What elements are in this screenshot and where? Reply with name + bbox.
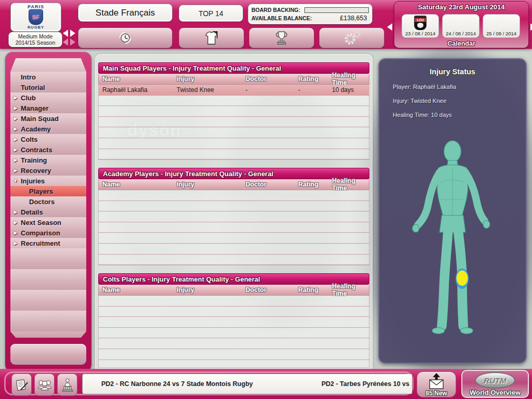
- table-column-headers: NameInjuryDoctorRatingHealing Time: [98, 285, 369, 296]
- app-window: dyson PARIS SF RUGBY Medium Mode 2014/15…: [0, 0, 532, 399]
- calendar-day[interactable]: 24 / 08 / 2014: [442, 14, 480, 38]
- nav-forward-icon[interactable]: [70, 30, 75, 37]
- sidebar-item-contracts[interactable]: ▶Contracts: [10, 144, 86, 155]
- sidebar-bottom-button[interactable]: [10, 344, 86, 365]
- sidebar-item-recovery[interactable]: ▶Recovery: [10, 165, 86, 176]
- injury-status-panel: Injury Status Player: Raphaël Lakafia In…: [378, 58, 527, 364]
- bottom-bar: PD2 - RC Narbonne 24 vs 7 Stade Montois …: [0, 369, 532, 399]
- sidebar-item-main-squad[interactable]: ▶Main Squad: [10, 113, 86, 124]
- team-name-box: Stade Français: [78, 4, 172, 22]
- sidebar-item-comparison[interactable]: ▶Comparison: [10, 228, 86, 238]
- column-header-name[interactable]: Name: [99, 286, 173, 294]
- press-conference-button[interactable]: [57, 374, 77, 396]
- column-header-name[interactable]: Name: [99, 75, 173, 83]
- chevron-right-icon: ▶: [10, 230, 21, 235]
- sidebar-item-colts[interactable]: ▶Colts: [10, 134, 86, 144]
- sidebar-empty-row: [10, 321, 86, 331]
- clock-icon: [116, 30, 134, 46]
- sidebar-item-club[interactable]: ▶Club: [10, 92, 86, 103]
- sidebar-item-manager[interactable]: ▶Manager: [10, 103, 86, 113]
- sidebar-bottom-cap: [10, 331, 86, 338]
- sidebar-panel: IntroTutorial▶Club▶Manager▶Main Squad▶Ac…: [5, 52, 91, 372]
- column-header-injury[interactable]: Injury: [173, 75, 242, 83]
- opponent-club-badge-icon: LOU: [414, 16, 427, 30]
- sidebar-item-intro[interactable]: Intro: [10, 72, 86, 82]
- sidebar-item-training[interactable]: ▶Training: [10, 155, 86, 165]
- table-body: Raphaël LakafiaTwisted Knee--10 days: [98, 85, 369, 160]
- column-header-rating[interactable]: Rating: [295, 75, 328, 83]
- nav-forward-alt-icon[interactable]: [70, 38, 75, 46]
- chevron-right-icon: ▶: [10, 168, 21, 173]
- column-header-name[interactable]: Name: [99, 181, 173, 188]
- nav-back-icon[interactable]: [63, 30, 68, 37]
- column-header-injury[interactable]: Injury: [173, 286, 242, 294]
- calendar-date: 23 / 08 / 2014: [405, 31, 435, 37]
- podium-person-icon: [60, 377, 75, 393]
- table-body: [98, 190, 369, 265]
- inbox-button[interactable]: 85 New: [417, 371, 456, 397]
- match-kit-button[interactable]: [179, 28, 244, 48]
- sidebar-item-label: Recruitment: [21, 240, 60, 247]
- calendar-prev-icon[interactable]: [387, 23, 392, 31]
- sidebar-item-label: Intro: [21, 73, 36, 81]
- main-squad-injury-table: Main Squad Players - Injury Treatment Qu…: [98, 62, 369, 160]
- chevron-down-icon: ▼: [10, 178, 21, 183]
- chevron-right-icon: ▶: [10, 147, 21, 152]
- chevron-right-icon: ▶: [10, 220, 21, 225]
- settings-button[interactable]: [319, 28, 384, 48]
- news-ticker: PD2 - RC Narbonne 24 vs 7 Stade Montois …: [82, 374, 413, 394]
- injury-player-label: Player: Raphaël Lakafia: [393, 84, 526, 90]
- table-cell: Raphaël Lakafia: [99, 86, 173, 94]
- sidebar-item-academy[interactable]: ▶Academy: [10, 124, 86, 134]
- table-cell: -: [295, 86, 328, 94]
- chevron-right-icon: ▶: [10, 95, 21, 100]
- column-header-doctor[interactable]: Doctor: [242, 181, 295, 188]
- world-overview-button[interactable]: RUTM World Overview: [461, 370, 529, 398]
- chevron-right-icon: ▶: [10, 157, 21, 163]
- academy-injury-table: Academy Players - Injury Treatment Quali…: [98, 168, 369, 265]
- sidebar-item-tutorial[interactable]: Tutorial: [10, 82, 86, 92]
- ticker-message[interactable]: PD2 - Tarbes Pyrénées 10 vs: [322, 374, 409, 394]
- news-button[interactable]: [11, 374, 32, 396]
- table-row[interactable]: Raphaël LakafiaTwisted Knee--10 days: [99, 85, 369, 95]
- top-header-band: PARIS SF RUGBY Medium Mode 2014/15 Seaso…: [0, 0, 532, 49]
- board-backing-bar: [304, 7, 369, 13]
- column-header-injury[interactable]: Injury: [173, 181, 242, 188]
- sidebar-list: IntroTutorial▶Club▶Manager▶Main Squad▶Ac…: [10, 58, 86, 338]
- column-header-doctor[interactable]: Doctor: [242, 75, 295, 83]
- mail-up-arrow-icon: [417, 373, 456, 391]
- column-header-rating[interactable]: Rating: [295, 181, 328, 188]
- sidebar-item-details[interactable]: ▶Details: [10, 207, 86, 217]
- column-header-healing-time[interactable]: Healing Time: [328, 283, 369, 297]
- calendar-days: LOU23 / 08 / 201424 / 08 / 201425 / 08 /…: [402, 14, 521, 38]
- ticker-message[interactable]: PD2 - RC Narbonne 24 vs 7 Stade Montois …: [101, 374, 253, 394]
- available-balance-row: AVAILABLE BALANCE: £138,653: [251, 14, 369, 22]
- column-header-healing-time[interactable]: Healing Time: [328, 72, 369, 86]
- column-header-healing-time[interactable]: Healing Time: [328, 177, 369, 192]
- table-cell: Twisted Knee: [173, 86, 242, 94]
- competitions-button[interactable]: [249, 28, 314, 48]
- chevron-right-icon: ▶: [10, 241, 21, 246]
- injured-knee-highlight: [456, 269, 469, 289]
- trophy-icon: [272, 30, 291, 46]
- sidebar-item-injuries[interactable]: ▼Injuries: [10, 176, 86, 186]
- column-header-doctor[interactable]: Doctor: [242, 286, 295, 294]
- continue-time-button[interactable]: [78, 28, 172, 48]
- sidebar-item-doctors[interactable]: Doctors: [10, 196, 86, 207]
- sidebar-item-recruitment[interactable]: ▶Recruitment: [10, 238, 86, 248]
- sidebar-empty-row: [10, 300, 86, 311]
- sidebar-item-players[interactable]: Players: [10, 186, 86, 196]
- sidebar-item-next-season[interactable]: ▶Next Season: [10, 217, 86, 228]
- table-cell: -: [242, 86, 295, 94]
- jersey-flag-icon: [202, 30, 221, 46]
- calendar-day[interactable]: LOU23 / 08 / 2014: [402, 14, 439, 38]
- injury-body-figure[interactable]: [404, 136, 501, 342]
- club-name-bottom: RUGBY: [28, 25, 44, 30]
- nav-back-alt-icon[interactable]: [63, 38, 68, 46]
- calendar-day[interactable]: 25 / 08 / 2014: [483, 14, 520, 38]
- column-header-rating[interactable]: Rating: [295, 286, 328, 294]
- board-backing-row: BOARD BACKING:: [251, 6, 369, 14]
- board-backing-label: BOARD BACKING:: [251, 7, 300, 13]
- squad-button[interactable]: [34, 374, 55, 396]
- sidebar-item-label: Comparison: [21, 229, 60, 237]
